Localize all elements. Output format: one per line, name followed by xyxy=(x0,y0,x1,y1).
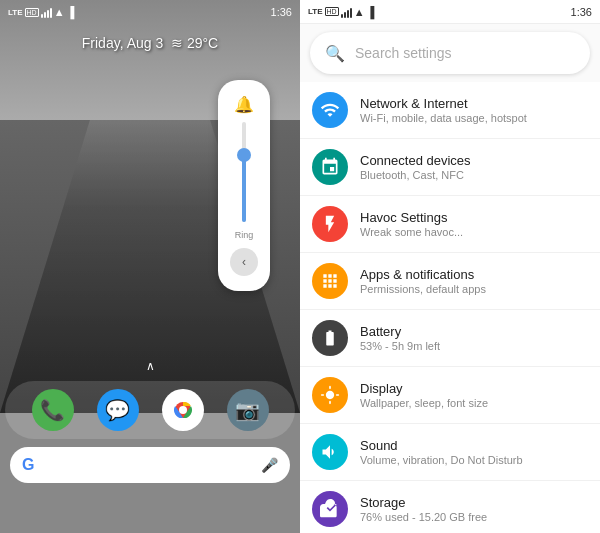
settings-item-display[interactable]: Display Wallpaper, sleep, font size xyxy=(300,367,600,424)
phone-app-icon[interactable]: 📞 xyxy=(32,389,74,431)
lte-label: LTE xyxy=(8,8,23,17)
settings-time: 1:36 xyxy=(571,6,592,18)
nav-chevron: ∧ xyxy=(0,359,300,373)
battery-text: Battery 53% - 5h 9m left xyxy=(360,324,588,352)
svg-point-1 xyxy=(179,406,187,414)
battery-subtitle: 53% - 5h 9m left xyxy=(360,340,588,352)
settings-list: Network & Internet Wi-Fi, mobile, data u… xyxy=(300,82,600,533)
date-weather: Friday, Aug 3 ≋ 29°C xyxy=(0,35,300,51)
havoc-title: Havoc Settings xyxy=(360,210,588,225)
wifi-icon-left: ▲ xyxy=(54,6,65,18)
status-bar-left: LTE HD ▲ ▐ 1:36 xyxy=(0,0,300,24)
bell-icon: 🔔 xyxy=(234,95,254,114)
date-text: Friday, Aug 3 xyxy=(82,35,163,51)
havoc-icon xyxy=(312,206,348,242)
havoc-subtitle: Wreak some havoc... xyxy=(360,226,588,238)
volume-thumb[interactable] xyxy=(237,148,251,162)
sim-icon: HD xyxy=(25,8,39,17)
settings-sim: HD xyxy=(325,7,339,16)
network-text: Network & Internet Wi-Fi, mobile, data u… xyxy=(360,96,588,124)
settings-status-left: LTE HD ▲ ▐ xyxy=(308,6,374,18)
settings-item-havoc[interactable]: Havoc Settings Wreak some havoc... xyxy=(300,196,600,253)
search-placeholder[interactable]: Search settings xyxy=(355,45,575,61)
settings-signal xyxy=(341,6,352,18)
settings-wifi-icon: ▲ xyxy=(354,6,365,18)
settings-item-battery[interactable]: Battery 53% - 5h 9m left xyxy=(300,310,600,367)
s-bar-2 xyxy=(344,12,346,18)
settings-item-connected[interactable]: Connected devices Bluetooth, Cast, NFC xyxy=(300,139,600,196)
display-title: Display xyxy=(360,381,588,396)
settings-status-right: 1:36 xyxy=(571,6,592,18)
battery-icon-circle xyxy=(312,320,348,356)
connected-subtitle: Bluetooth, Cast, NFC xyxy=(360,169,588,181)
network-title: Network & Internet xyxy=(360,96,588,111)
s-bar-1 xyxy=(341,14,343,18)
messages-app-icon[interactable]: 💬 xyxy=(97,389,139,431)
signal-bar-3 xyxy=(47,10,49,18)
signal-bar-2 xyxy=(44,12,46,18)
settings-status-bar: LTE HD ▲ ▐ 1:36 xyxy=(300,0,600,24)
google-g-logo: G xyxy=(22,456,34,474)
settings-battery: ▐ xyxy=(367,6,375,18)
display-text: Display Wallpaper, sleep, font size xyxy=(360,381,588,409)
status-right-icons: 1:36 xyxy=(271,6,292,18)
s-bar-3 xyxy=(347,10,349,18)
volume-label: Ring xyxy=(235,230,254,240)
network-icon xyxy=(312,92,348,128)
display-icon xyxy=(312,377,348,413)
connected-title: Connected devices xyxy=(360,153,588,168)
connected-text: Connected devices Bluetooth, Cast, NFC xyxy=(360,153,588,181)
settings-panel: LTE HD ▲ ▐ 1:36 🔍 Search settings xyxy=(300,0,600,533)
weather-text: ≋ 29°C xyxy=(171,35,218,51)
date-display: Friday, Aug 3 ≋ 29°C xyxy=(0,35,300,51)
havoc-text: Havoc Settings Wreak some havoc... xyxy=(360,210,588,238)
settings-search-bar[interactable]: 🔍 Search settings xyxy=(310,32,590,74)
chrome-app-icon[interactable] xyxy=(162,389,204,431)
storage-subtitle: 76% used - 15.20 GB free xyxy=(360,511,588,523)
signal-bar-1 xyxy=(41,14,43,18)
signal-bars xyxy=(41,6,52,18)
battery-left: ▐ xyxy=(67,6,75,18)
battery-title: Battery xyxy=(360,324,588,339)
home-screen: LTE HD ▲ ▐ 1:36 Friday, Aug 3 ≋ 29°C 🔔 xyxy=(0,0,300,533)
volume-slider-panel[interactable]: 🔔 Ring ‹ xyxy=(218,80,270,291)
connected-icon xyxy=(312,149,348,185)
apps-title: Apps & notifications xyxy=(360,267,588,282)
settings-item-sound[interactable]: Sound Volume, vibration, Do Not Disturb xyxy=(300,424,600,481)
volume-fill xyxy=(242,157,246,222)
signal-bar-4 xyxy=(50,8,52,18)
settings-item-apps[interactable]: Apps & notifications Permissions, defaul… xyxy=(300,253,600,310)
time-left: 1:36 xyxy=(271,6,292,18)
settings-item-storage[interactable]: Storage 76% used - 15.20 GB free xyxy=(300,481,600,533)
status-left-icons: LTE HD ▲ ▐ xyxy=(8,6,74,18)
app-dock: 📞 💬 📷 xyxy=(5,381,295,439)
bottom-nav: ∧ 📞 💬 📷 G 🎤 xyxy=(0,359,300,483)
search-icon: 🔍 xyxy=(325,44,345,63)
apps-subtitle: Permissions, default apps xyxy=(360,283,588,295)
volume-track[interactable] xyxy=(242,122,246,222)
sound-text: Sound Volume, vibration, Do Not Disturb xyxy=(360,438,588,466)
sound-title: Sound xyxy=(360,438,588,453)
microphone-icon[interactable]: 🎤 xyxy=(261,457,278,473)
display-subtitle: Wallpaper, sleep, font size xyxy=(360,397,588,409)
s-bar-4 xyxy=(350,8,352,18)
camera-app-icon[interactable]: 📷 xyxy=(227,389,269,431)
storage-title: Storage xyxy=(360,495,588,510)
volume-arrow-button[interactable]: ‹ xyxy=(230,248,258,276)
storage-icon xyxy=(312,491,348,527)
network-subtitle: Wi-Fi, mobile, data usage, hotspot xyxy=(360,112,588,124)
storage-text: Storage 76% used - 15.20 GB free xyxy=(360,495,588,523)
google-search-bar[interactable]: G 🎤 xyxy=(10,447,290,483)
apps-icon xyxy=(312,263,348,299)
apps-text: Apps & notifications Permissions, defaul… xyxy=(360,267,588,295)
sound-subtitle: Volume, vibration, Do Not Disturb xyxy=(360,454,588,466)
settings-lte: LTE xyxy=(308,7,323,16)
sound-icon xyxy=(312,434,348,470)
settings-item-network[interactable]: Network & Internet Wi-Fi, mobile, data u… xyxy=(300,82,600,139)
